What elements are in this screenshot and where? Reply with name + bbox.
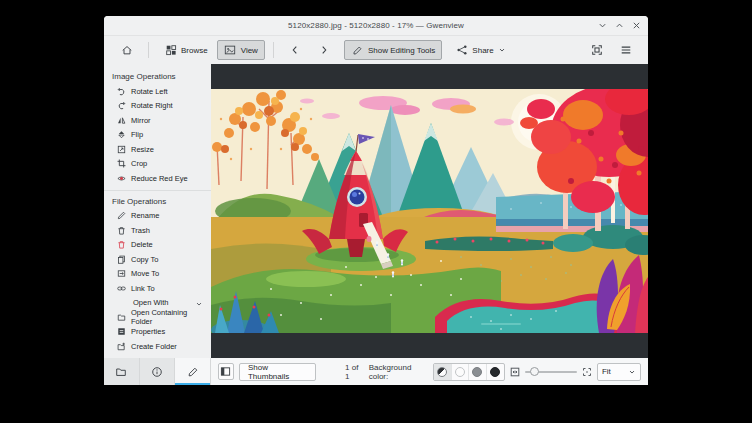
sidebar-item-label: Rename <box>131 211 159 220</box>
chevron-up-icon <box>615 21 624 30</box>
pencil-icon <box>187 366 199 378</box>
home-button[interactable] <box>113 40 140 60</box>
sidebar-item-trash[interactable]: Trash <box>104 223 211 238</box>
bg-color-auto-button[interactable] <box>434 364 452 380</box>
view-image-icon <box>224 44 237 57</box>
sidebar-item-open-containing-folder[interactable]: Open Containing Folder <box>104 310 211 325</box>
browse-button[interactable]: Browse <box>157 40 215 60</box>
sidebar-item-label: Trash <box>131 226 150 235</box>
copy-icon <box>117 255 126 264</box>
toolbar-separator <box>273 42 274 58</box>
zoom-actual-size-button[interactable] <box>582 366 592 377</box>
maximize-button[interactable] <box>614 21 624 31</box>
delete-icon <box>117 240 126 249</box>
properties-icon <box>117 327 126 336</box>
fullscreen-icon <box>590 44 603 57</box>
sidebar-item-delete[interactable]: Delete <box>104 238 211 253</box>
chevron-down-icon <box>195 300 203 308</box>
sidebar-item-copy-to[interactable]: Copy To <box>104 252 211 267</box>
sidebar-item-label: Properties <box>131 327 165 336</box>
show-editing-tools-label: Show Editing Tools <box>368 46 435 55</box>
close-icon <box>632 21 641 30</box>
operations-sidebar: Image Operations Rotate Left Rotate Righ… <box>104 64 211 358</box>
window-body: Image Operations Rotate Left Rotate Righ… <box>104 64 648 358</box>
tab-operations[interactable] <box>175 358 211 385</box>
show-thumbnails-button[interactable]: Show Thumbnails <box>239 363 316 381</box>
sidebar-item-mirror[interactable]: Mirror <box>104 113 211 128</box>
background-color-label: Background color: <box>369 363 428 381</box>
sidebar-item-create-folder[interactable]: Create Folder <box>104 339 211 354</box>
pencil-icon <box>351 44 364 57</box>
toolbar-separator <box>148 42 149 58</box>
minimize-button[interactable] <box>597 21 607 31</box>
bg-color-light-button[interactable] <box>452 364 470 380</box>
sidebar-item-rotate-left[interactable]: Rotate Left <box>104 84 211 99</box>
flip-icon <box>117 130 126 139</box>
zoom-mode-value: Fit <box>602 367 611 376</box>
resize-icon <box>117 145 126 154</box>
bg-color-black-button[interactable] <box>487 364 504 380</box>
rename-pencil-icon <box>117 211 126 220</box>
sidebar-item-reduce-red-eye[interactable]: Reduce Red Eye <box>104 171 211 186</box>
main-toolbar: Browse View Show Editing Tools <box>104 36 648 64</box>
sidebar-item-rename[interactable]: Rename <box>104 209 211 224</box>
browse-label: Browse <box>181 46 208 55</box>
bg-color-gray-button[interactable] <box>469 364 487 380</box>
tab-folders[interactable] <box>104 358 140 385</box>
sidebar-item-label: Reduce Red Eye <box>131 174 188 183</box>
chevron-left-icon <box>289 44 302 57</box>
sidebar-item-label: Open With <box>133 298 168 307</box>
sidebar-item-flip[interactable]: Flip <box>104 128 211 143</box>
forward-button[interactable] <box>311 40 338 60</box>
sidebar-item-label: Crop <box>131 159 147 168</box>
titlebar[interactable]: 5120x2880.jpg - 5120x2880 - 17% — Gwenvi… <box>104 16 648 36</box>
red-eye-icon <box>117 174 126 183</box>
zoom-mode-select[interactable]: Fit <box>597 363 641 381</box>
zoom-out-fit-button[interactable] <box>510 366 520 377</box>
gray-color-icon <box>472 367 482 377</box>
photo <box>211 89 648 333</box>
show-editing-tools-button[interactable]: Show Editing Tools <box>344 40 442 60</box>
sidebar-item-label: Delete <box>131 240 153 249</box>
sidebar-item-label: Resize <box>131 145 154 154</box>
folder-icon <box>117 313 126 322</box>
sidebar-item-label: Mirror <box>131 116 151 125</box>
sidebar-item-properties[interactable]: Properties <box>104 325 211 340</box>
chevron-down-icon <box>628 368 636 376</box>
info-icon <box>151 366 163 378</box>
sidebar-item-resize[interactable]: Resize <box>104 142 211 157</box>
zoom-slider[interactable] <box>525 363 577 381</box>
back-button[interactable] <box>282 40 309 60</box>
zoom-fit-icon <box>510 367 520 377</box>
view-button[interactable]: View <box>217 40 265 60</box>
chevron-down-icon <box>498 46 506 54</box>
sidebar-item-link-to[interactable]: Link To <box>104 281 211 296</box>
page-indicator: 1 of 1 <box>345 363 364 381</box>
folder-icon <box>115 366 127 378</box>
close-button[interactable] <box>631 21 641 31</box>
image-view[interactable] <box>211 64 648 358</box>
thumbnail-bar-icon <box>220 366 231 377</box>
chevron-down-icon <box>598 21 607 30</box>
sidebar-item-label: Move To <box>131 269 159 278</box>
trash-icon <box>117 226 126 235</box>
zoom-slider-handle[interactable] <box>530 367 539 376</box>
sidebar-item-label: Rotate Left <box>131 87 168 96</box>
sidebar-item-rotate-right[interactable]: Rotate Right <box>104 99 211 114</box>
sidebar-item-crop[interactable]: Crop <box>104 157 211 172</box>
fullscreen-button[interactable] <box>583 40 610 60</box>
gwenview-window: 5120x2880.jpg - 5120x2880 - 17% — Gwenvi… <box>104 16 648 385</box>
window-title: 5120x2880.jpg - 5120x2880 - 17% — Gwenvi… <box>288 21 464 30</box>
menu-button[interactable] <box>612 40 639 60</box>
hamburger-icon <box>619 44 632 57</box>
auto-color-icon <box>437 367 447 377</box>
sidebar-item-move-to[interactable]: Move To <box>104 267 211 282</box>
sidebar-item-label: Create Folder <box>131 342 177 351</box>
thumbnail-bar-toggle-button[interactable] <box>218 363 234 380</box>
view-label: View <box>241 46 258 55</box>
tab-information[interactable] <box>140 358 176 385</box>
link-icon <box>117 284 126 293</box>
share-icon <box>455 44 468 57</box>
move-icon <box>117 269 126 278</box>
share-button[interactable]: Share <box>448 40 512 60</box>
